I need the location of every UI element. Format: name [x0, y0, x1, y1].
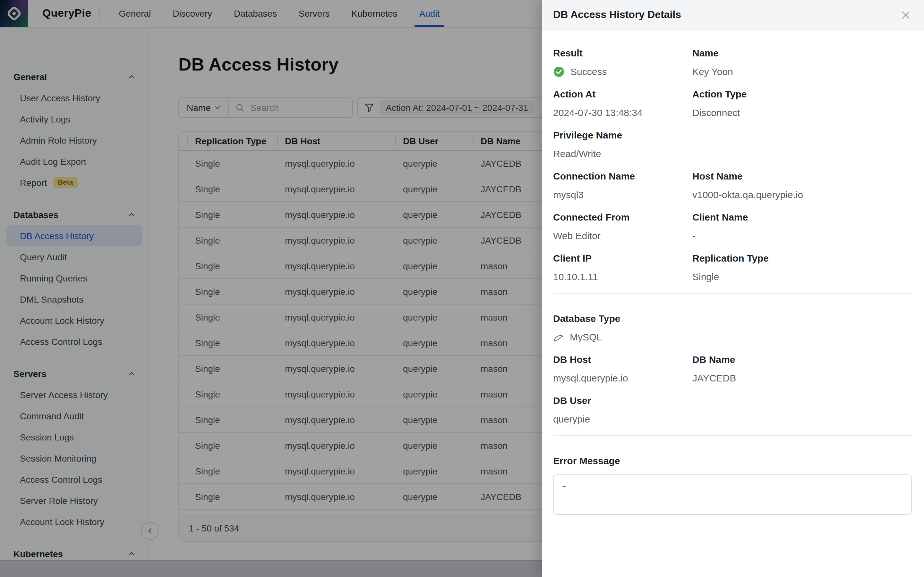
- field-value-privilege-name: Read/Write: [553, 147, 692, 160]
- field-value-action-type: Disconnect: [692, 106, 912, 119]
- field-host-name: Host Namev1000-okta.qa.querypie.io: [692, 170, 912, 201]
- field-name: NameKey Yoon: [692, 47, 912, 78]
- field-connected-from: Connected FromWeb Editor: [553, 211, 692, 242]
- mysql-dolphin-icon: [553, 332, 564, 343]
- field-value-client-ip: 10.10.1.11: [553, 271, 692, 284]
- field-label-host-name: Host Name: [692, 170, 912, 183]
- field-db-name: DB NameJAYCEDB: [692, 353, 912, 385]
- field-label-connection-name: Connection Name: [553, 170, 692, 183]
- field-value-db-user: querypie: [553, 413, 692, 426]
- field-label-name: Name: [692, 47, 912, 60]
- detail-row: ResultSuccessNameKey Yoon: [553, 47, 912, 78]
- field-label-db-user: DB User: [553, 394, 692, 407]
- field-value-text: mysql3: [553, 189, 583, 201]
- field-database-type: Database TypeMySQL: [553, 312, 692, 343]
- detail-row: DB Userquerypie: [553, 394, 912, 426]
- field-value-text: 2024-07-30 13:48:34: [553, 106, 643, 119]
- field-label-action-type: Action Type: [692, 88, 912, 101]
- drawer-header: DB Access History Details: [542, 0, 924, 30]
- field-value-result: Success: [553, 65, 692, 78]
- field-value-replication-type: Single: [692, 271, 912, 284]
- field-value-text: 10.10.1.11: [553, 271, 598, 284]
- field-replication-type: Replication TypeSingle: [692, 252, 912, 284]
- field-label-privilege-name: Privilege Name: [553, 129, 692, 142]
- detail-row: Connected FromWeb EditorClient Name-: [553, 211, 912, 242]
- field-value-connected-from: Web Editor: [553, 229, 692, 242]
- field-label-database-type: Database Type: [553, 312, 692, 325]
- field-value-database-type: MySQL: [553, 331, 692, 343]
- field-value-text: Read/Write: [553, 147, 601, 160]
- detail-row: Connection Namemysql3Host Namev1000-okta…: [553, 170, 912, 201]
- field-label-result: Result: [553, 47, 692, 60]
- field-client-name: Client Name-: [692, 211, 912, 242]
- field-value-text: MySQL: [570, 331, 602, 343]
- detail-row: DB Hostmysql.querypie.ioDB NameJAYCEDB: [553, 353, 912, 385]
- detail-row: Action At2024-07-30 13:48:34Action TypeD…: [553, 88, 912, 119]
- close-button[interactable]: [899, 8, 912, 21]
- field-value-text: -: [692, 229, 696, 242]
- field-client-ip: Client IP10.10.1.11: [553, 252, 692, 284]
- error-message-box: -: [553, 474, 912, 515]
- field-value-text: mysql.querypie.io: [553, 372, 628, 385]
- field-value-text: Key Yoon: [692, 65, 733, 78]
- drawer-title: DB Access History Details: [553, 9, 681, 21]
- field-db-user: DB Userquerypie: [553, 394, 692, 426]
- field-value-text: Success: [570, 65, 607, 78]
- field-value-text: Web Editor: [553, 229, 601, 242]
- field-label-db-name: DB Name: [692, 353, 912, 366]
- field-action-at: Action At2024-07-30 13:48:34: [553, 88, 692, 119]
- field-value-db-host: mysql.querypie.io: [553, 372, 692, 385]
- field-value-name: Key Yoon: [692, 65, 912, 78]
- field-value-action-at: 2024-07-30 13:48:34: [553, 106, 692, 119]
- field-result: ResultSuccess: [553, 47, 692, 78]
- close-icon: [901, 10, 910, 19]
- detail-row: Client IP10.10.1.11Replication TypeSingl…: [553, 252, 912, 284]
- field-value-text: Single: [692, 271, 719, 284]
- field-connection-name: Connection Namemysql3: [553, 170, 692, 201]
- field-label-connected-from: Connected From: [553, 211, 692, 224]
- section-divider: [553, 293, 912, 293]
- field-label-client-ip: Client IP: [553, 252, 692, 265]
- app-window: QueryPie GeneralDiscoveryDatabasesServer…: [0, 0, 924, 577]
- field-value-text: Disconnect: [692, 106, 740, 119]
- drawer-body: ResultSuccessNameKey YoonAction At2024-0…: [542, 30, 924, 515]
- field-value-client-name: -: [692, 229, 912, 242]
- field-label-db-host: DB Host: [553, 353, 692, 366]
- field-db-host: DB Hostmysql.querypie.io: [553, 353, 692, 385]
- field-action-type: Action TypeDisconnect: [692, 88, 912, 119]
- detail-row: Database TypeMySQL: [553, 312, 912, 343]
- field-label-action-at: Action At: [553, 88, 692, 101]
- error-message-label: Error Message: [553, 455, 912, 467]
- field-value-text: v1000-okta.qa.querypie.io: [692, 189, 803, 201]
- field-privilege-name: Privilege NameRead/Write: [553, 129, 692, 160]
- field-value-db-name: JAYCEDB: [692, 372, 912, 385]
- field-value-text: querypie: [553, 413, 590, 426]
- success-check-icon: [553, 66, 565, 77]
- section-divider: [553, 435, 912, 436]
- field-label-replication-type: Replication Type: [692, 252, 912, 265]
- detail-row: Privilege NameRead/Write: [553, 129, 912, 160]
- field-value-connection-name: mysql3: [553, 189, 692, 201]
- field-value-host-name: v1000-okta.qa.querypie.io: [692, 189, 912, 201]
- field-value-text: JAYCEDB: [692, 372, 736, 385]
- details-drawer: DB Access History Details ResultSuccessN…: [542, 0, 924, 577]
- field-label-client-name: Client Name: [692, 211, 912, 224]
